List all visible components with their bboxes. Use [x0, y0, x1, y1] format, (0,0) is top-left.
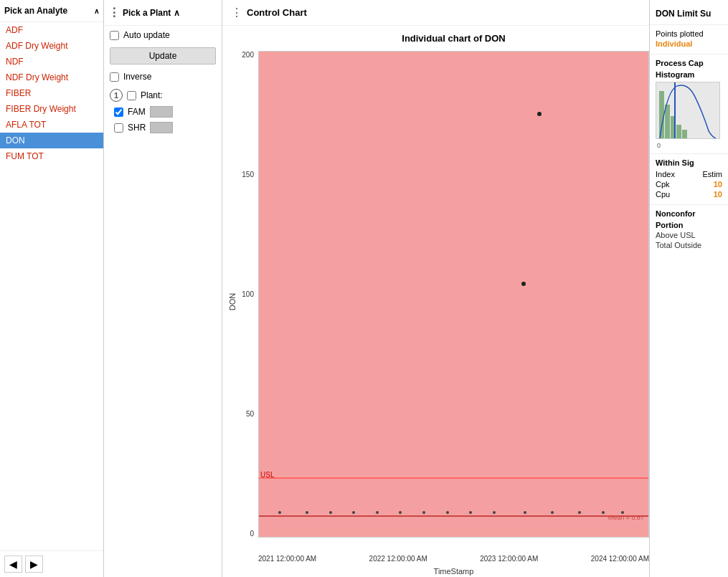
analyte-item-afla-tot[interactable]: AFLA TOT [0, 117, 103, 133]
x-label-2022: 2022 12:00:00 AM [369, 555, 427, 563]
y-label-200: 200 [242, 51, 254, 59]
histogram-x-axis: 0 [656, 142, 722, 149]
y-axis-title: DON [228, 292, 237, 310]
plant-step-indicator: 1 [110, 89, 123, 102]
chart-header-title: Control Chart [247, 7, 307, 18]
shr-checkbox[interactable] [114, 123, 123, 133]
small-dot-5 [376, 511, 379, 514]
small-dot-2 [306, 511, 308, 514]
analyte-item-adf-dry-weight[interactable]: ADF Dry Weight [0, 38, 103, 54]
plant-menu-icon[interactable]: ⋮ [108, 6, 120, 19]
points-plotted-row: Points plotted [656, 29, 722, 38]
x-label-2024: 2024 12:00:00 AM [591, 555, 649, 563]
usl-line [259, 477, 648, 479]
histogram-box [656, 82, 720, 139]
x-label-2021: 2021 12:00:00 AM [258, 555, 316, 563]
portion-label: Portion [656, 221, 722, 229]
histogram-curve [656, 82, 719, 138]
nav-buttons: ◀ ▶ [0, 550, 103, 577]
shr-color-box [150, 122, 173, 133]
histogram-title: Histogram [656, 70, 722, 79]
small-dot-9 [469, 511, 472, 514]
data-point-high-2 [521, 282, 526, 286]
x-axis-title: TimeStamp [258, 567, 649, 576]
small-dot-4 [352, 511, 355, 514]
middle-panel: ⋮ Pick a Plant ∧ Auto update Update Inve… [104, 0, 222, 577]
plant-label-row: 1 Plant: [110, 89, 216, 102]
fam-checkbox[interactable] [114, 108, 123, 117]
update-button[interactable]: Update [110, 47, 216, 65]
small-dot-8 [446, 511, 449, 514]
cpk-value: 10 [714, 180, 722, 189]
right-panel-title: DON Limit Su [650, 6, 728, 25]
chart-plot-area: USL Mean = 0.87 [258, 51, 649, 538]
cpu-value: 10 [714, 190, 722, 199]
mean-line [259, 515, 648, 517]
x-axis: 2021 12:00:00 AM 2022 12:00:00 AM 2023 1… [258, 555, 649, 563]
data-point-high-1 [537, 112, 542, 116]
analyte-item-fiber[interactable]: FIBER [0, 85, 103, 101]
within-sig-title: Within Sig [656, 158, 722, 167]
analyte-item-fum-tot[interactable]: FUM TOT [0, 148, 103, 164]
nonconform-section: Nonconfor Portion Above USL Total Outsid… [650, 205, 728, 255]
cpu-label: Cpu [656, 190, 670, 199]
analyte-list-container: ADFADF Dry WeightNDFNDF Dry WeightFIBERF… [0, 22, 103, 550]
fam-color-box [150, 106, 173, 118]
small-dot-12 [551, 511, 554, 514]
plant-label: Plant: [141, 90, 163, 100]
auto-update-checkbox[interactable] [110, 31, 119, 40]
plant-checkbox[interactable] [127, 91, 136, 100]
y-label-0: 0 [250, 530, 254, 538]
process-cap-title: Process Cap [656, 59, 722, 67]
y-label-150: 150 [242, 171, 254, 178]
analyte-item-ndf[interactable]: NDF [0, 54, 103, 70]
nav-next-button[interactable]: ▶ [25, 555, 43, 573]
histogram-vline [674, 82, 676, 138]
analyte-item-adf[interactable]: ADF [0, 22, 103, 38]
plant-item-fam: FAM [114, 106, 216, 118]
within-sig-section: Within Sig Index Estim Cpk 10 Cpu 10 [650, 154, 728, 205]
plant-panel-header: ⋮ Pick a Plant ∧ [104, 0, 222, 26]
chart-title: Individual chart of DON [258, 33, 649, 44]
points-plotted-section: Points plotted Individual [650, 25, 728, 54]
small-dot-14 [602, 511, 605, 514]
left-panel: Pick an Analyte ∧ ADFADF Dry WeightNDFND… [0, 0, 104, 577]
inverse-checkbox[interactable] [110, 72, 119, 82]
analyte-item-fiber-dry-weight[interactable]: FIBER Dry Weight [0, 101, 103, 117]
y-axis: 200 150 100 50 0 [222, 51, 257, 538]
chart-container: Individual chart of DON 200 150 100 50 0… [222, 26, 649, 577]
small-dot-6 [399, 511, 402, 514]
plant-chevron-icon[interactable]: ∧ [174, 8, 180, 18]
shr-label: SHR [128, 123, 146, 133]
plant-section: 1 Plant: FAM SHR [104, 86, 222, 140]
analyte-panel-header: Pick an Analyte ∧ [0, 0, 103, 22]
process-cap-section: Process Cap Histogram 0 [650, 54, 728, 154]
inverse-label: Inverse [123, 72, 151, 82]
small-dot-3 [329, 511, 332, 514]
points-plotted-value-row: Individual [656, 39, 722, 48]
above-usl-label: Above USL [656, 231, 722, 239]
analyte-item-ndf-dry-weight[interactable]: NDF Dry Weight [0, 70, 103, 85]
usl-label: USL [260, 471, 274, 479]
small-dot-11 [524, 511, 526, 514]
x-label-2023: 2023 12:00:00 AM [480, 555, 538, 563]
analyte-header-title: Pick an Analyte [4, 6, 67, 16]
analyte-item-don[interactable]: DON [0, 133, 103, 148]
main-area: ⋮ Control Chart Individual chart of DON … [222, 0, 649, 577]
total-outside-label: Total Outside [656, 241, 722, 249]
small-dot-1 [278, 511, 281, 514]
chart-menu-icon[interactable]: ⋮ [231, 6, 242, 19]
mean-label: Mean = 0.87 [608, 514, 644, 521]
cpk-label: Cpk [656, 180, 670, 189]
auto-update-row: Auto update [104, 26, 222, 44]
small-dot-13 [578, 511, 581, 514]
points-plotted-label: Points plotted [656, 29, 704, 38]
chart-header: ⋮ Control Chart [222, 0, 649, 26]
y-label-50: 50 [246, 410, 254, 418]
plant-items: FAM SHR [114, 106, 216, 133]
within-sig-cpk-row: Cpk 10 [656, 180, 722, 189]
analyte-chevron-icon[interactable]: ∧ [94, 7, 99, 15]
dot-cluster [259, 505, 648, 520]
nav-prev-button[interactable]: ◀ [4, 555, 22, 573]
within-sig-header-row: Index Estim [656, 170, 722, 178]
